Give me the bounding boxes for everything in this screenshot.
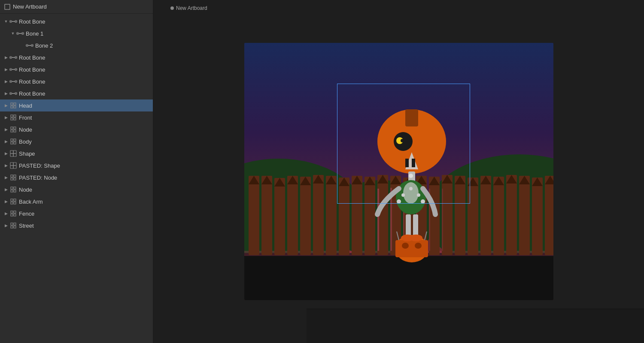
tree-item-root-bone-1[interactable]: Root Bone: [0, 15, 153, 27]
svg-rect-50: [11, 118, 13, 120]
svg-rect-94: [249, 176, 259, 255]
svg-rect-132: [493, 177, 504, 255]
svg-rect-59: [14, 142, 16, 144]
svg-rect-81: [14, 211, 16, 213]
svg-rect-57: [14, 139, 16, 141]
node-icon: [9, 210, 17, 217]
svg-rect-106: [326, 176, 337, 255]
bone-icon: [9, 66, 17, 73]
item-label: Bone 1: [26, 30, 43, 37]
svg-rect-63: [13, 153, 16, 156]
tree-item-street[interactable]: Street: [0, 220, 153, 232]
node-icon: [9, 174, 17, 181]
item-label: Front: [19, 114, 32, 121]
bone-icon: [9, 18, 17, 25]
svg-rect-138: [532, 178, 543, 255]
expand-btn[interactable]: [3, 78, 9, 85]
svg-rect-102: [300, 177, 311, 255]
svg-rect-54: [11, 130, 13, 132]
expand-btn[interactable]: [3, 210, 9, 217]
svg-rect-61: [13, 150, 16, 153]
item-label: Street: [19, 223, 34, 229]
tree-item-bone1[interactable]: Bone 1: [0, 27, 153, 39]
bone-icon: [26, 42, 33, 49]
tree-item-node-2[interactable]: Node: [0, 184, 153, 196]
svg-rect-130: [480, 176, 491, 255]
svg-rect-75: [14, 190, 16, 192]
svg-rect-87: [14, 226, 16, 228]
tree-item-back-arm[interactable]: Back Arm: [0, 196, 153, 208]
artboard-icon: [4, 4, 10, 10]
expand-btn[interactable]: [3, 186, 9, 193]
layer-tree[interactable]: Root Bone Bone 1: [0, 14, 153, 343]
expand-btn[interactable]: [3, 90, 9, 97]
expand-btn[interactable]: [3, 138, 9, 145]
svg-point-169: [409, 174, 413, 178]
tree-item-root-bone-2[interactable]: Root Bone: [0, 51, 153, 63]
item-label: Shape: [19, 150, 35, 157]
svg-rect-51: [14, 118, 16, 120]
tree-item-head[interactable]: Head: [0, 99, 153, 111]
expand-btn[interactable]: [3, 18, 9, 25]
svg-rect-67: [13, 165, 16, 168]
svg-rect-83: [14, 214, 16, 216]
expand-btn[interactable]: [3, 198, 9, 205]
expand-btn[interactable]: [3, 114, 9, 121]
artboard-frame[interactable]: [244, 43, 553, 300]
expand-btn[interactable]: [3, 54, 9, 61]
svg-rect-62: [10, 153, 13, 156]
expand-btn[interactable]: [3, 102, 9, 109]
svg-point-12: [10, 21, 11, 22]
item-label: Node: [19, 187, 32, 193]
tree-item-body[interactable]: Body: [0, 135, 153, 147]
item-label: Root Bone: [19, 90, 45, 97]
svg-rect-80: [11, 211, 13, 213]
svg-rect-110: [352, 176, 362, 255]
artboard-label: New Artboard: [170, 5, 207, 11]
svg-rect-154: [405, 159, 409, 167]
expand-btn[interactable]: [3, 222, 9, 229]
bottom-strip: [307, 309, 644, 343]
svg-rect-72: [11, 187, 13, 189]
svg-point-28: [15, 57, 16, 58]
main-canvas[interactable]: New Artboard: [153, 0, 644, 343]
tree-item-root-bone-4[interactable]: Root Bone: [0, 75, 153, 87]
svg-rect-53: [14, 127, 16, 129]
tree-item-shape[interactable]: Shape: [0, 147, 153, 159]
tree-item-bone2[interactable]: Bone 2: [0, 39, 153, 51]
tree-item-pasted-node[interactable]: PASTED: Node: [0, 172, 153, 184]
item-label: Root Bone: [19, 78, 45, 85]
svg-rect-79: [14, 202, 16, 204]
node-icon: [9, 138, 17, 145]
tree-item-root-bone-5[interactable]: Root Bone: [0, 87, 153, 99]
svg-rect-142: [377, 189, 379, 251]
tree-item-pasted-shape[interactable]: PASTED: Shape: [0, 159, 153, 172]
tree-item-front[interactable]: Front: [0, 111, 153, 123]
item-label: Root Bone: [19, 54, 45, 61]
node-icon: [9, 222, 17, 229]
expand-btn[interactable]: [3, 174, 9, 181]
bone-icon: [16, 30, 24, 37]
tree-item-root-bone-3[interactable]: Root Bone: [0, 63, 153, 75]
svg-point-17: [17, 33, 18, 34]
expand-btn[interactable]: [3, 150, 9, 157]
svg-rect-159: [406, 214, 411, 236]
svg-point-23: [32, 45, 33, 46]
tree-item-fence[interactable]: Fence: [0, 208, 153, 220]
expand-btn[interactable]: [3, 126, 9, 133]
svg-rect-52: [11, 127, 13, 129]
shape-icon: [9, 150, 17, 157]
bone-icon: [9, 54, 17, 61]
svg-rect-108: [339, 178, 349, 255]
tree-item-node-1[interactable]: Node: [0, 123, 153, 135]
svg-rect-78: [11, 202, 13, 204]
svg-rect-60: [10, 150, 13, 153]
expand-btn[interactable]: [3, 66, 9, 73]
svg-rect-155: [412, 159, 415, 167]
expand-btn[interactable]: [9, 30, 16, 37]
svg-rect-136: [519, 176, 530, 255]
svg-point-43: [15, 93, 16, 94]
svg-rect-64: [10, 162, 13, 165]
expand-btn[interactable]: [3, 162, 9, 169]
svg-point-173: [397, 199, 401, 204]
